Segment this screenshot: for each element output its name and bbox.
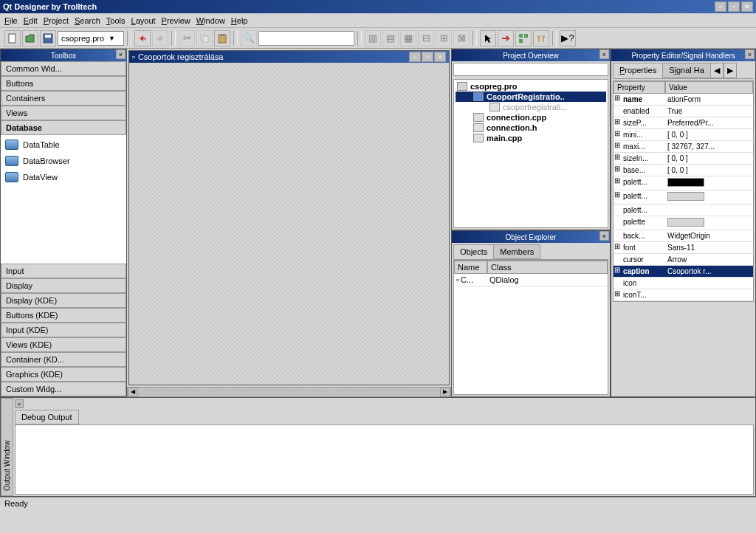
tab-order-icon[interactable]	[515, 30, 532, 47]
toolbox-section-containerkde[interactable]: Container (KD...	[1, 352, 126, 367]
object-table[interactable]: NameClass ▫C...QDialog	[453, 260, 608, 395]
design-canvas[interactable]	[129, 63, 449, 385]
toolbox-section-views[interactable]: Views	[1, 106, 126, 120]
col-property[interactable]: Property	[614, 81, 665, 94]
design-scrollbar-h[interactable]: ◀▶	[127, 387, 451, 397]
prop-row-name[interactable]: ⊞nameationForm	[614, 94, 753, 106]
output-window-tab[interactable]: Output Window	[1, 398, 13, 496]
menu-window[interactable]: Window	[196, 16, 225, 25]
tree-item-conncpp[interactable]: connection.cpp	[456, 112, 606, 123]
tab-members[interactable]: Members	[493, 244, 540, 259]
menu-edit[interactable]: Edit	[24, 16, 38, 25]
tab-scroll-right[interactable]: ▶	[724, 63, 737, 78]
tab-debug-output[interactable]: Debug Output	[15, 410, 79, 424]
toolbox-section-displaykde[interactable]: Display (KDE)	[1, 293, 126, 308]
col-value[interactable]: Value	[665, 81, 753, 94]
maximize-button[interactable]: ▫	[422, 52, 433, 62]
undo-icon[interactable]	[134, 30, 151, 47]
redo-icon[interactable]	[152, 30, 168, 47]
menu-file[interactable]: File	[4, 16, 18, 25]
help-icon[interactable]: ▶?	[560, 30, 576, 47]
close-button[interactable]: ×	[741, 1, 753, 12]
close-icon[interactable]: ×	[599, 49, 609, 59]
tab-objects[interactable]: Objects	[453, 244, 494, 259]
filter-input[interactable]	[453, 63, 608, 76]
toolbox-section-containers[interactable]: Containers	[1, 91, 126, 106]
minimize-button[interactable]: −	[715, 1, 726, 12]
prop-row-icontext[interactable]: ⊞iconT...	[614, 289, 753, 301]
toolbox-item-datatable[interactable]: DataTable	[1, 137, 126, 153]
property-table[interactable]: PropertyValue ⊞nameationForm enabledTrue…	[613, 80, 754, 302]
col-class[interactable]: Class	[487, 261, 608, 274]
prop-row-palette[interactable]: palette	[614, 216, 753, 230]
project-tree[interactable]: csopreg.pro CsoportRegistratio.. csoport…	[453, 79, 608, 228]
toolbox-item-dataview[interactable]: DataView	[1, 169, 126, 185]
break-layout-icon[interactable]: ⊠	[453, 30, 470, 47]
toolbox-section-graphicskde[interactable]: Graphics (KDE)	[1, 367, 126, 382]
toolbox-item-databrowser[interactable]: DataBrowser	[1, 153, 126, 169]
close-icon[interactable]: ×	[599, 231, 609, 241]
project-combo[interactable]: csopreg.pro▼	[58, 31, 124, 46]
prop-row-palettebgpixmap[interactable]: palett...	[614, 204, 753, 216]
toolbox-section-common[interactable]: Common Wid...	[1, 61, 126, 76]
minimize-button[interactable]: −	[409, 52, 421, 62]
search-input[interactable]	[258, 31, 354, 46]
toolbox-section-customwidg[interactable]: Custom Widg...	[1, 382, 126, 396]
prop-row-caption[interactable]: ⊞captionCsoportok r...	[614, 266, 753, 278]
debug-output-text[interactable]	[15, 424, 754, 495]
toolbox-section-inputkde[interactable]: Input (KDE)	[1, 323, 126, 337]
toolbox-section-input[interactable]: Input	[1, 264, 126, 278]
layout-v-icon[interactable]: ▤	[382, 30, 399, 47]
layout-splitter-v-icon[interactable]: ⊞	[436, 30, 452, 47]
close-icon[interactable]: ×	[116, 49, 126, 59]
layout-h-icon[interactable]: ▥	[365, 30, 381, 47]
prop-row-paletteforeground[interactable]: ⊞palett...	[614, 176, 753, 190]
new-icon[interactable]	[4, 30, 21, 47]
prop-row-icon[interactable]: icon	[614, 278, 753, 289]
open-icon[interactable]	[22, 30, 38, 47]
pointer-icon[interactable]	[480, 30, 496, 47]
toolbox-section-buttons[interactable]: Buttons	[1, 76, 126, 91]
tab-properties[interactable]: Properties	[613, 63, 663, 78]
menu-tools[interactable]: Tools	[106, 16, 126, 25]
layout-grid-icon[interactable]: ▦	[400, 30, 416, 47]
search-icon[interactable]: 🔍	[241, 30, 257, 47]
prop-row-enabled[interactable]: enabledTrue	[614, 106, 753, 117]
copy-icon[interactable]	[196, 30, 213, 47]
buddy-icon[interactable]	[533, 30, 549, 47]
tree-item-connh[interactable]: connection.h	[456, 123, 606, 133]
cut-icon[interactable]: ✂	[179, 30, 195, 47]
prop-row-backgroundorigin[interactable]: back...WidgetOrigin	[614, 230, 753, 242]
prop-row-palettebackground[interactable]: ⊞palett...	[614, 190, 753, 204]
tab-signals[interactable]: Signal Ha	[662, 63, 711, 78]
paste-icon[interactable]	[214, 30, 230, 47]
prop-row-font[interactable]: ⊞fontSans-11	[614, 242, 753, 254]
menu-project[interactable]: Project	[44, 16, 69, 25]
toolbox-section-display[interactable]: Display	[1, 278, 126, 293]
col-name[interactable]: Name	[454, 261, 487, 274]
toolbox-section-database[interactable]: Database	[1, 120, 126, 135]
prop-row-sizeincrement[interactable]: ⊞sizeIn...[ 0, 0 ]	[614, 153, 753, 165]
maximize-button[interactable]: ▫	[728, 1, 740, 12]
save-icon[interactable]	[40, 30, 56, 47]
tree-item-form[interactable]: CsoportRegistratio..	[456, 92, 606, 102]
layout-splitter-h-icon[interactable]: ⊟	[418, 30, 434, 47]
prop-row-cursor[interactable]: cursorArrow	[614, 254, 753, 266]
toolbox-section-buttonskde[interactable]: Buttons (KDE)	[1, 308, 126, 323]
prop-row-basesize[interactable]: ⊞base...[ 0, 0 ]	[614, 165, 753, 176]
toolbox-section-viewskde[interactable]: Views (KDE)	[1, 337, 126, 352]
menu-search[interactable]: Search	[75, 16, 100, 25]
design-titlebar[interactable]: ▫ Csoportok regisztrálása − ▫ ×	[129, 51, 449, 63]
prop-row-maximumsize[interactable]: ⊞maxi...[ 32767, 327...	[614, 141, 753, 153]
connect-icon[interactable]	[498, 30, 514, 47]
tree-item-ui[interactable]: csoportregistrati...	[456, 102, 606, 112]
menu-layout[interactable]: Layout	[131, 16, 156, 25]
tree-root[interactable]: csopreg.pro	[456, 81, 606, 92]
prop-row-sizepolicy[interactable]: ⊞sizeP...Preferred/Pr...	[614, 117, 753, 129]
close-button[interactable]: ×	[434, 52, 446, 62]
close-icon[interactable]: ×	[15, 399, 24, 408]
close-icon[interactable]: ×	[745, 49, 755, 59]
menu-preview[interactable]: Preview	[162, 16, 190, 25]
object-row[interactable]: ▫C...QDialog	[454, 274, 608, 286]
tree-item-main[interactable]: main.cpp	[456, 133, 606, 143]
